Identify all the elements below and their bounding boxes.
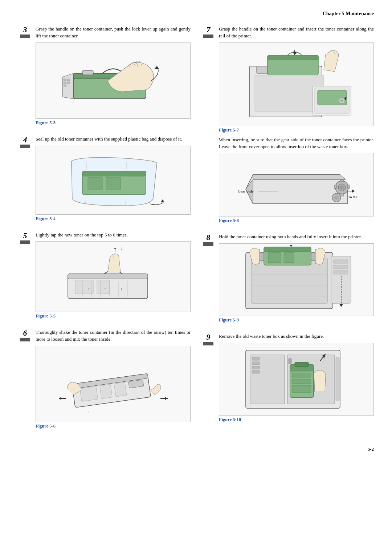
svg-rect-10 [82, 171, 146, 176]
svg-point-48 [340, 99, 343, 102]
step-5-text: Lightly tap the new toner on the top 5 t… [36, 232, 191, 239]
step-6-text: Thoroughly shake the toner container (in… [36, 329, 191, 343]
step-8-text: Hold the toner container using both hand… [219, 234, 374, 240]
figure-5-6-svg: 5 [53, 348, 173, 420]
step-9-num-wrap: 9 [201, 333, 215, 345]
svg-rect-85 [252, 366, 260, 369]
step-3-num-wrap: 3 [18, 26, 32, 38]
svg-rect-69 [268, 252, 281, 263]
svg-rect-91 [292, 379, 311, 384]
step-8-num-wrap: 8 [201, 234, 215, 246]
svg-text:↑: ↑ [104, 287, 106, 291]
step-5-number: 5 [23, 232, 27, 240]
step-5-num-box [20, 240, 30, 244]
step-6-block: 6 Thoroughly shake the toner container (… [18, 329, 191, 433]
step-8-figure [219, 243, 374, 316]
step-4-content: Seal up the old toner container with the… [36, 136, 191, 225]
left-column: 3 Grasp the handle on the toner containe… [18, 26, 191, 439]
step-4-block: 4 Seal up the old toner container with t… [18, 136, 191, 225]
page-footer: 5-2 [18, 446, 374, 452]
step-9-num-box [203, 342, 213, 345]
svg-rect-5 [67, 79, 70, 81]
step-4-num-box [20, 145, 30, 148]
svg-rect-53 [340, 179, 344, 182]
step-8-number: 8 [207, 234, 211, 242]
svg-rect-92 [292, 385, 311, 393]
step-9-text: Remove the old waste toner box as shown … [219, 333, 374, 340]
figure-5-7-svg [235, 44, 358, 124]
svg-rect-32 [99, 384, 112, 399]
step-3-content: Grasp the handle on the toner container,… [36, 26, 191, 129]
step-9-block: 9 Remove the old waste toner box as show… [201, 333, 374, 426]
step-3-figure-label: Figure 5-3 [36, 120, 191, 126]
step-4-text: Seal up the old toner container with the… [36, 136, 191, 143]
svg-rect-7 [67, 82, 70, 84]
svg-rect-84 [252, 362, 260, 365]
step-6-number: 6 [23, 329, 27, 337]
step-6-num-box [20, 338, 30, 341]
svg-marker-3 [154, 66, 159, 69]
step-3-text: Grasp the handle on the toner container,… [36, 26, 191, 40]
step-3-block: 3 Grasp the handle on the toner containe… [18, 26, 191, 129]
svg-rect-76 [334, 260, 348, 263]
svg-rect-33 [114, 382, 127, 397]
step-5-block: 5 Lightly tap the new toner on the top 5… [18, 232, 191, 323]
step-8-content: Hold the toner container using both hand… [219, 234, 374, 327]
svg-rect-77 [334, 265, 348, 269]
svg-rect-68 [264, 247, 311, 252]
svg-rect-17 [97, 280, 110, 294]
step-7-num-box [203, 35, 213, 38]
svg-rect-16 [75, 280, 93, 294]
svg-rect-41 [268, 55, 318, 60]
svg-point-58 [334, 195, 339, 200]
svg-rect-55 [334, 185, 336, 189]
main-content: 3 Grasp the handle on the toner containe… [18, 26, 374, 439]
step-4-figure [36, 146, 191, 215]
step-8-block: 8 Hold the toner container using both ha… [201, 234, 374, 327]
right-column: 7 Grasp the handle on the toner containe… [201, 26, 374, 439]
figure-5-9-svg [235, 245, 358, 314]
step-9-figure-label: Figure 5-10 [219, 417, 374, 422]
svg-text:5: 5 [88, 410, 90, 414]
svg-rect-15 [68, 274, 148, 279]
step-5-content: Lightly tap the new toner on the top 5 t… [36, 232, 191, 323]
step-6-figure-label: Figure 5-6 [36, 424, 191, 429]
step-7b-figure-label: Figure 5-8 [219, 218, 374, 223]
step-3-num-box [20, 35, 30, 38]
figure-5-4-svg [53, 147, 173, 213]
chapter-title: Chapter 5 Maintenance [323, 11, 374, 16]
page-number: 5-2 [368, 446, 374, 452]
figure-5-3-svg [52, 44, 175, 117]
step-9-content: Remove the old waste toner box as shown … [219, 333, 374, 426]
svg-rect-70 [284, 252, 294, 263]
step-7-number: 7 [207, 26, 211, 34]
svg-text:↓: ↓ [121, 246, 123, 251]
svg-rect-89 [295, 362, 309, 366]
svg-rect-54 [340, 194, 344, 196]
step-3-number: 3 [23, 26, 27, 34]
svg-marker-35 [59, 397, 61, 400]
svg-rect-11 [88, 177, 102, 190]
svg-text:↑: ↑ [121, 287, 123, 291]
step-5-figure-label: Figure 5-5 [36, 313, 191, 319]
step-7b-figure: Gear Side To the Printer [219, 153, 374, 216]
svg-rect-94 [336, 357, 339, 401]
svg-rect-90 [292, 373, 311, 377]
figure-5-8-svg: Gear Side To the Printer [235, 155, 358, 215]
step-9-figure [219, 343, 374, 416]
svg-text:Gear Side: Gear Side [238, 189, 254, 193]
step-7-num-wrap: 7 [201, 26, 215, 38]
svg-rect-12 [106, 177, 121, 190]
svg-rect-4 [64, 79, 66, 81]
step-7-content: Grasp the handle on the toner container … [219, 26, 374, 227]
svg-marker-42 [293, 52, 297, 55]
step-4-figure-label: Figure 5-4 [36, 216, 191, 222]
step-4-num-wrap: 4 [18, 136, 32, 148]
step-6-figure: 5 [36, 346, 191, 422]
svg-text:To the Printer: To the Printer [348, 195, 358, 199]
step-9-number: 9 [207, 333, 211, 341]
svg-marker-79 [339, 304, 343, 307]
page-header: Chapter 5 Maintenance [18, 11, 374, 19]
svg-rect-95 [289, 358, 291, 364]
step-8-figure-label: Figure 5-9 [219, 317, 374, 323]
